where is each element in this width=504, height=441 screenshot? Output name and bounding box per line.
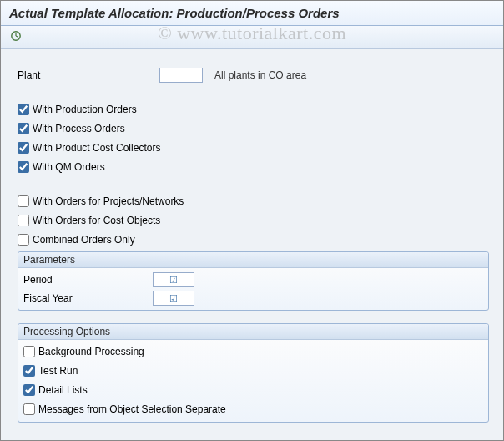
checkbox-label: Detail Lists bbox=[38, 384, 88, 396]
checkbox-row: With Orders for Cost Objects bbox=[18, 211, 493, 230]
with-orders-projects-checkbox[interactable] bbox=[18, 195, 29, 207]
plant-hint: All plants in CO area bbox=[214, 69, 306, 81]
checkbox-row: Combined Orders Only bbox=[18, 231, 493, 249]
content-area: Plant All plants in CO area With Product… bbox=[1, 49, 503, 440]
checkbox-label: With Production Orders bbox=[33, 104, 137, 115]
test-run-checkbox[interactable] bbox=[23, 365, 35, 377]
checkbox-row: With Product Cost Collectors bbox=[18, 139, 493, 157]
background-processing-checkbox[interactable] bbox=[23, 346, 35, 357]
with-process-orders-checkbox[interactable] bbox=[18, 123, 29, 134]
group-header: Parameters bbox=[18, 252, 488, 268]
detail-lists-checkbox[interactable] bbox=[23, 384, 35, 396]
checkbox-label: Combined Orders Only bbox=[33, 234, 135, 246]
fiscal-year-input[interactable]: ☑ bbox=[153, 291, 194, 306]
with-product-cost-collectors-checkbox[interactable] bbox=[18, 142, 29, 154]
with-qm-orders-checkbox[interactable] bbox=[18, 161, 29, 173]
execute-icon bbox=[10, 30, 22, 44]
checkbox-row: Messages from Object Selection Separate bbox=[23, 400, 483, 418]
plant-input[interactable] bbox=[159, 68, 203, 83]
messages-separate-checkbox[interactable] bbox=[23, 403, 35, 415]
plant-row: Plant All plants in CO area bbox=[18, 66, 493, 84]
fiscal-year-row: Fiscal Year ☑ bbox=[23, 289, 483, 307]
period-input[interactable]: ☑ bbox=[153, 272, 194, 287]
required-icon: ☑ bbox=[169, 275, 178, 286]
with-production-orders-checkbox[interactable] bbox=[18, 104, 29, 115]
checkbox-row: With QM Orders bbox=[18, 158, 493, 176]
checkbox-row: Test Run bbox=[23, 362, 483, 380]
checkbox-label: With Process Orders bbox=[33, 123, 125, 134]
combined-orders-only-checkbox[interactable] bbox=[18, 234, 29, 246]
fiscal-year-label: Fiscal Year bbox=[23, 292, 153, 304]
page-title: Actual Template Allocation: Production/P… bbox=[9, 6, 495, 20]
checkbox-label: With QM Orders bbox=[33, 161, 105, 173]
period-row: Period ☑ bbox=[23, 271, 483, 289]
plant-label: Plant bbox=[18, 69, 159, 81]
checkbox-label: With Orders for Projects/Networks bbox=[33, 195, 184, 207]
checkbox-row: With Process Orders bbox=[18, 119, 493, 138]
processing-options-group: Processing Options Background Processing… bbox=[18, 323, 489, 423]
title-bar: Actual Template Allocation: Production/P… bbox=[1, 1, 503, 26]
group-body: Period ☑ Fiscal Year ☑ bbox=[18, 268, 488, 310]
toolbar bbox=[1, 26, 503, 49]
group-body: Background Processing Test Run Detail Li… bbox=[18, 340, 488, 422]
with-orders-cost-objects-checkbox[interactable] bbox=[18, 215, 29, 226]
checkbox-row: Background Processing bbox=[23, 342, 483, 361]
checkbox-row: With Production Orders bbox=[18, 100, 493, 119]
parameters-group: Parameters Period ☑ Fiscal Year ☑ bbox=[18, 251, 489, 311]
checkbox-label: With Product Cost Collectors bbox=[33, 142, 160, 154]
checkbox-label: Background Processing bbox=[38, 346, 144, 357]
svg-line-2 bbox=[16, 36, 18, 38]
required-icon: ☑ bbox=[169, 293, 178, 304]
period-label: Period bbox=[23, 274, 153, 286]
checkbox-row: With Orders for Projects/Networks bbox=[18, 192, 493, 210]
checkbox-label: Messages from Object Selection Separate bbox=[38, 403, 226, 415]
checkbox-row: Detail Lists bbox=[23, 381, 483, 399]
group-header: Processing Options bbox=[18, 324, 488, 340]
checkbox-label: With Orders for Cost Objects bbox=[33, 215, 160, 226]
execute-button[interactable] bbox=[8, 29, 24, 46]
checkbox-label: Test Run bbox=[38, 365, 78, 377]
